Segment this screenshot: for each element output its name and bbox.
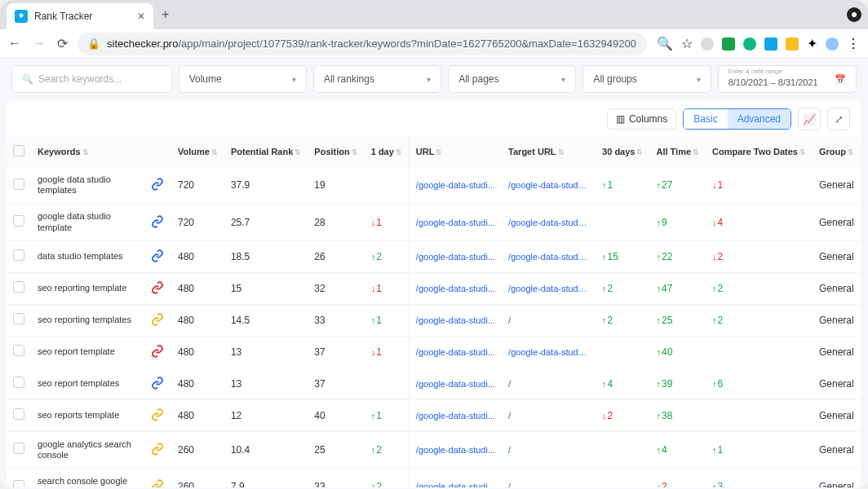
target-url-cell[interactable]: /google-data-studio... <box>502 240 596 272</box>
filter-rankings[interactable]: All rankings▾ <box>313 65 441 93</box>
forward-button[interactable]: → <box>33 36 46 51</box>
browser-tab[interactable]: Rank Tracker ✕ <box>7 3 153 29</box>
keyword-cell[interactable]: data studio templates <box>31 240 144 272</box>
row-checkbox[interactable] <box>13 377 24 388</box>
group-cell: General <box>813 204 861 240</box>
link-icon[interactable] <box>150 249 165 263</box>
filter-volume[interactable]: Volume▾ <box>179 65 307 93</box>
target-url-cell[interactable]: / <box>502 304 596 336</box>
col-target-url[interactable]: Target URL⇅ <box>502 137 596 167</box>
row-checkbox[interactable] <box>13 480 24 487</box>
col-30days[interactable]: 30 days⇅ <box>596 137 649 167</box>
keyword-cell[interactable]: seo reporting template <box>31 272 144 304</box>
search-input[interactable]: Search keywords... <box>11 65 172 93</box>
date-range-input[interactable]: Enter a date range 8/10/2021 – 8/31/2021… <box>718 65 857 93</box>
col-volume[interactable]: Volume⇅ <box>171 137 224 167</box>
url-cell[interactable]: /google-data-studi... <box>409 336 502 368</box>
col-url[interactable]: URL⇅ <box>409 137 502 167</box>
table-row: seo reports template 480 12 40 ↑1 /googl… <box>7 399 861 431</box>
keyword-cell[interactable]: seo report template <box>31 336 144 368</box>
link-icon[interactable] <box>150 214 165 229</box>
ext-icon-2[interactable] <box>722 37 735 51</box>
expand-icon[interactable]: ⤢ <box>827 108 850 130</box>
reload-button[interactable]: ⟳ <box>57 36 68 51</box>
target-url-cell[interactable]: / <box>502 469 596 487</box>
target-url-cell[interactable]: / <box>502 431 596 468</box>
keyword-cell[interactable]: seo reports template <box>31 399 144 431</box>
url-cell[interactable]: /google-data-studi... <box>409 399 502 431</box>
delta-value: ↑39 <box>656 378 672 390</box>
link-icon[interactable] <box>150 478 165 487</box>
row-checkbox[interactable] <box>13 313 24 324</box>
link-icon[interactable] <box>150 312 165 327</box>
row-checkbox[interactable] <box>13 408 24 420</box>
url-cell[interactable]: /google-data-studi... <box>409 304 502 336</box>
col-alltime[interactable]: All Time⇅ <box>649 137 706 167</box>
columns-button[interactable]: ▥Columns <box>607 108 676 130</box>
potential-rank-cell: 37.9 <box>224 167 308 204</box>
target-url-cell[interactable]: / <box>502 368 596 399</box>
url-cell[interactable]: /google-data-studi... <box>409 272 502 304</box>
row-checkbox[interactable] <box>13 443 24 454</box>
advanced-tab[interactable]: Advanced <box>728 109 790 129</box>
keyword-cell[interactable]: google data studio template <box>31 204 144 240</box>
delta-value: ↑1 <box>602 179 613 191</box>
col-compare[interactable]: Compare Two Dates⇅ <box>706 137 813 167</box>
keyword-cell[interactable]: google analytics search console <box>31 431 144 468</box>
url-input[interactable]: 🔒 sitechecker.pro/app/main/project/10775… <box>78 33 647 55</box>
url-cell[interactable]: /google-data-studi... <box>409 204 502 240</box>
row-checkbox[interactable] <box>13 345 24 356</box>
zoom-icon[interactable]: 🔍 <box>657 36 673 51</box>
new-tab-button[interactable]: + <box>162 7 169 22</box>
col-potential-rank[interactable]: Potential Rank⇅ <box>224 137 308 167</box>
keyword-cell[interactable]: seo report templates <box>31 368 144 399</box>
col-group[interactable]: Group⇅ <box>813 137 861 167</box>
url-cell[interactable]: /google-data-studi... <box>409 431 502 468</box>
row-checkbox[interactable] <box>13 281 24 293</box>
ext-icon-4[interactable] <box>764 37 777 51</box>
star-icon[interactable]: ☆ <box>681 36 693 51</box>
col-position[interactable]: Position⇅ <box>308 137 364 167</box>
url-cell[interactable]: /google-data-studi... <box>409 167 502 204</box>
delta-value: ↑40 <box>656 346 672 358</box>
select-all-checkbox[interactable] <box>13 145 24 156</box>
col-1day[interactable]: 1 day⇅ <box>365 137 410 167</box>
url-cell[interactable]: /google-data-studi... <box>409 368 502 399</box>
keyword-cell[interactable]: google data studio templates <box>31 167 144 204</box>
basic-tab[interactable]: Basic <box>684 109 727 129</box>
target-url-cell[interactable]: /google-data-studio... <box>502 336 596 368</box>
url-cell[interactable]: /google-data-studi... <box>409 469 502 487</box>
profile-avatar[interactable] <box>826 37 839 51</box>
chart-icon[interactable]: 📈 <box>798 108 821 130</box>
menu-icon[interactable]: ⋮ <box>847 36 860 51</box>
window-profile-icon[interactable] <box>847 7 861 22</box>
filter-pages[interactable]: All pages▾ <box>448 65 576 93</box>
delta-value: ↑27 <box>656 179 672 191</box>
extensions-icon[interactable]: ✦ <box>807 36 817 51</box>
target-url-cell[interactable]: /google-data-studio... <box>502 204 596 240</box>
link-icon[interactable] <box>150 442 165 456</box>
url-cell[interactable]: /google-data-studi... <box>409 240 502 272</box>
row-checkbox[interactable] <box>13 178 24 190</box>
keyword-cell[interactable]: seo reporting templates <box>31 304 144 336</box>
ext-icon-5[interactable] <box>786 37 799 51</box>
target-url-cell[interactable]: /google-data-studio... <box>502 272 596 304</box>
link-icon[interactable] <box>150 280 165 295</box>
ext-icon-3[interactable] <box>743 37 756 51</box>
target-url-cell[interactable]: / <box>502 399 596 431</box>
filter-groups[interactable]: All groups▾ <box>582 65 711 93</box>
ext-icon-1[interactable] <box>701 37 714 51</box>
row-checkbox[interactable] <box>13 249 24 261</box>
link-icon[interactable] <box>150 344 165 359</box>
row-checkbox[interactable] <box>13 215 24 227</box>
close-tab-icon[interactable]: ✕ <box>137 11 145 22</box>
target-url-cell[interactable]: /google-data-studio... <box>502 167 596 204</box>
link-icon[interactable] <box>150 177 165 192</box>
group-cell: General <box>813 304 861 336</box>
keyword-cell[interactable]: search console google analytics <box>31 469 144 487</box>
potential-rank-cell: 13 <box>224 368 308 399</box>
col-keywords[interactable]: Keywords⇅ <box>31 137 144 167</box>
link-icon[interactable] <box>150 376 165 390</box>
back-button[interactable]: ← <box>8 36 21 51</box>
link-icon[interactable] <box>150 408 165 422</box>
